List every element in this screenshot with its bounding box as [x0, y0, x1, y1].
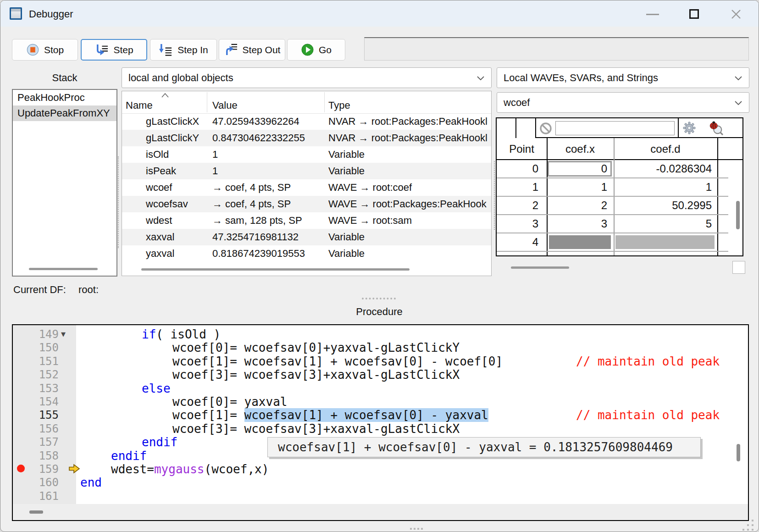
- panel-splitter-handle[interactable]: [118, 156, 119, 248]
- code-line-150[interactable]: 150wcoef[0]= wcoefsav[0]+yaxval-gLastCli…: [13, 340, 748, 354]
- wave-coefx-cell[interactable]: 1: [547, 178, 614, 196]
- wave-point-cell[interactable]: 0: [497, 160, 547, 177]
- step-out-button[interactable]: Step Out: [219, 39, 285, 61]
- stop-button[interactable]: Stop: [12, 39, 78, 61]
- stack-item[interactable]: UpdatePeakFromXY: [13, 105, 116, 121]
- minimize-icon[interactable]: [646, 14, 659, 15]
- wave-point-cell[interactable]: 1: [497, 178, 547, 196]
- wave-column-point[interactable]: Point: [497, 143, 547, 155]
- wave-coefd-cell[interactable]: 1: [614, 178, 717, 196]
- line-number[interactable]: 153: [13, 382, 59, 395]
- wave-hscrollbar[interactable]: [511, 266, 569, 269]
- objects-table[interactable]: Name Value Type gLastClickX47.0259433962…: [122, 91, 492, 276]
- stack-item[interactable]: PeakHookProc: [13, 90, 116, 105]
- line-number[interactable]: 156: [13, 422, 59, 435]
- object-value: 0.847304622332255: [212, 130, 305, 146]
- stack-list[interactable]: PeakHookProcUpdatePeakFromXY: [12, 89, 117, 277]
- column-header-type[interactable]: Type: [328, 100, 350, 111]
- go-button[interactable]: Go: [287, 39, 345, 61]
- breakpoint-dot[interactable]: [17, 465, 25, 472]
- app-window-icon: [10, 7, 22, 20]
- wave-table[interactable]: Point coef.x coef.d 00-0.02863041112250.…: [496, 117, 743, 256]
- stack-hscrollbar[interactable]: [29, 268, 98, 270]
- line-number[interactable]: 151: [13, 355, 59, 368]
- gear-icon[interactable]: [682, 121, 696, 135]
- code-line-153[interactable]: 153else: [13, 381, 748, 395]
- sort-ascending-icon[interactable]: [161, 93, 170, 98]
- code-segment: wcoef[1]=: [172, 408, 244, 422]
- object-row[interactable]: xaxval47.3254716981132Variable: [122, 229, 491, 245]
- object-row[interactable]: yaxval0.818674239019553Variable: [122, 245, 491, 262]
- object-filter-dropdown[interactable]: local and global objects: [122, 67, 492, 88]
- wave-selector-dropdown[interactable]: wcoef: [497, 92, 749, 113]
- procedure-code-panel[interactable]: 149▼if( isOld )150wcoef[0]= wcoefsav[0]+…: [12, 324, 749, 521]
- wave-point-cell[interactable]: 2: [497, 197, 547, 214]
- procedure-splitter-handle[interactable]: [362, 298, 396, 299]
- maximize-icon[interactable]: [689, 9, 699, 19]
- code-line-155[interactable]: 155wcoef[1]= wcoefsav[1] + wcoefsav[0] -…: [13, 408, 748, 421]
- code-line-151[interactable]: 151wcoef[1]= wcoefsav[1] + wcoefsav[0] -…: [13, 354, 748, 368]
- wave-row[interactable]: 00-0.0286304: [497, 160, 728, 178]
- wave-coefd-cell[interactable]: -0.0286304: [614, 160, 717, 177]
- wave-category-dropdown[interactable]: Local WAVEs, SVARs, and Strings: [497, 67, 749, 88]
- object-row[interactable]: wdest→ sam, 128 pts, SPWAVE → root:sam: [122, 212, 491, 229]
- wave-row[interactable]: 335: [497, 215, 728, 233]
- line-number[interactable]: 157: [13, 436, 59, 449]
- wave-column-coefd[interactable]: coef.d: [614, 143, 717, 155]
- step-button[interactable]: Step: [81, 39, 147, 61]
- object-row[interactable]: gLastClickY0.847304622332255NVAR → root:…: [122, 130, 491, 146]
- wave-coefx-cell[interactable]: 3: [547, 215, 614, 233]
- wave-point-cell[interactable]: 4: [497, 233, 547, 251]
- code-line-152[interactable]: 152wcoef[3]= wcoefsav[3]+xaxval-gLastCli…: [13, 367, 748, 381]
- close-icon[interactable]: [730, 8, 742, 21]
- code-segment: wcoef[0]= wcoefsav[0]+yaxval-gLastClickY: [172, 341, 460, 355]
- line-number[interactable]: 158: [13, 449, 59, 462]
- window-resize-grip[interactable]: [742, 520, 754, 532]
- column-header-name[interactable]: Name: [126, 100, 153, 111]
- code-line-160[interactable]: 160end: [13, 475, 748, 489]
- fold-marker-icon[interactable]: ▼: [61, 331, 66, 338]
- object-row[interactable]: isPeak1Variable: [122, 163, 491, 179]
- object-name: wcoefsav: [146, 196, 188, 212]
- code-text: end: [80, 476, 102, 489]
- debug-bug-icon[interactable]: [709, 121, 723, 135]
- code-line-159[interactable]: 159wdest=mygauss(wcoef,x): [13, 462, 748, 476]
- line-number[interactable]: 154: [13, 395, 59, 408]
- wave-row[interactable]: 4: [497, 233, 728, 252]
- wave-vscrollbar[interactable]: [736, 201, 740, 229]
- code-hscroll-track[interactable]: [13, 504, 748, 520]
- line-number[interactable]: 160: [13, 476, 59, 489]
- edge-drag-handle[interactable]: [410, 528, 424, 531]
- line-number[interactable]: 152: [13, 368, 59, 381]
- wave-row[interactable]: 2250.2995: [497, 197, 728, 215]
- step-in-button[interactable]: Step In: [150, 39, 217, 61]
- code-line-154[interactable]: 154wcoef[0]= yaxval: [13, 394, 748, 408]
- code-vscrollbar[interactable]: [737, 444, 740, 461]
- line-number[interactable]: 155: [13, 409, 59, 421]
- code-line-161[interactable]: 161: [13, 489, 748, 503]
- wave-coefd-cell[interactable]: 5: [614, 215, 717, 233]
- wave-column-coefx[interactable]: coef.x: [547, 143, 614, 155]
- wave-row[interactable]: 111: [497, 178, 728, 197]
- object-row[interactable]: gLastClickX47.0259433962264NVAR → root:P…: [122, 113, 491, 130]
- panel-splitter-handle[interactable]: [494, 161, 495, 230]
- object-row[interactable]: wcoef→ coef, 4 pts, SPWAVE → root:coef: [122, 179, 491, 196]
- wave-table-entry-field[interactable]: [555, 121, 675, 135]
- code-line-149[interactable]: 149▼if( isOld ): [13, 327, 748, 341]
- object-row[interactable]: wcoefsav→ coef, 4 pts, SPWAVE → root:Pac…: [122, 196, 491, 212]
- column-header-value[interactable]: Value: [212, 100, 238, 111]
- wave-table-size-box[interactable]: [732, 261, 745, 274]
- line-number[interactable]: 150: [13, 341, 59, 354]
- object-row[interactable]: isOld1Variable: [122, 146, 491, 163]
- objects-hscrollbar[interactable]: [141, 268, 410, 271]
- object-type: Variable: [328, 163, 491, 179]
- wave-point-cell[interactable]: 3: [497, 215, 547, 233]
- code-text: else: [142, 382, 171, 395]
- code-hscrollbar[interactable]: [29, 510, 43, 514]
- line-number[interactable]: 161: [13, 490, 59, 503]
- wave-coefx-cell[interactable]: 2: [547, 197, 614, 214]
- line-number[interactable]: 149: [13, 328, 59, 341]
- wave-coefd-cell[interactable]: 50.2995: [614, 197, 717, 214]
- code-line-156[interactable]: 156wcoef[3]= wcoefsav[3]+xaxval-gLastCli…: [13, 421, 748, 435]
- object-type: WAVE → root:coef: [328, 179, 491, 196]
